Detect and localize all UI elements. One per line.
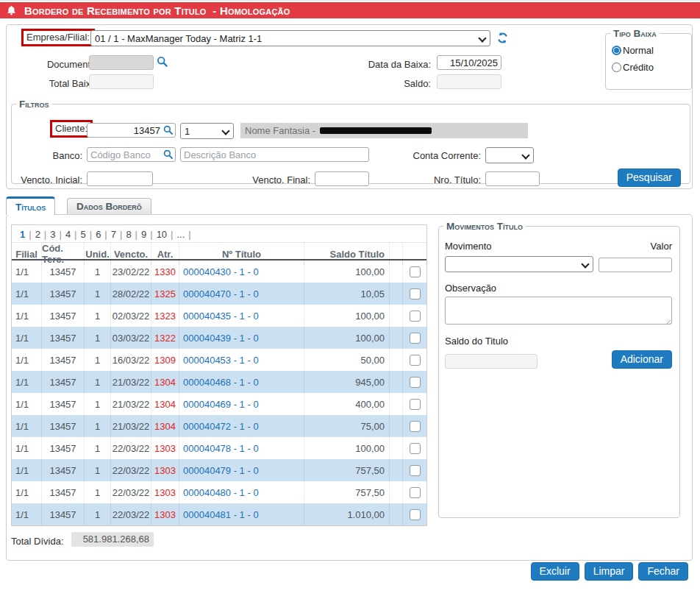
- radio-option-crédito: Crédito: [612, 62, 691, 73]
- page-link-6[interactable]: 6: [92, 229, 104, 240]
- conta-corrente-select[interactable]: [485, 147, 534, 163]
- nome-fantasia-text: Nome Fantasia -: [245, 125, 318, 136]
- titulo-link[interactable]: 000040435 - 1 - 0: [183, 311, 259, 322]
- cell-vencto: 22/03/22: [111, 437, 151, 459]
- cell-filial: 1/1: [12, 327, 42, 349]
- titulo-link[interactable]: 000040453 - 1 - 0: [183, 355, 259, 366]
- cell-num-titulo: 000040439 - 1 - 0: [179, 327, 304, 349]
- tab-dados-bordero[interactable]: Dados Borderô: [67, 198, 151, 214]
- total-baixa-label: Total Baixa:: [7, 77, 99, 91]
- movimentos-legend: Movimentos Título: [443, 221, 526, 232]
- row-checkbox[interactable]: [410, 288, 421, 300]
- page-link-9[interactable]: 9: [138, 229, 150, 240]
- data-baixa-label: Data da Baixa:: [286, 57, 431, 72]
- cell-cod-terc: 13457: [42, 415, 85, 437]
- search-icon[interactable]: [157, 56, 168, 68]
- table-row: 1/113457121/03/221304000040472 - 1 - 075…: [12, 415, 426, 437]
- titulo-link[interactable]: 000040470 - 1 - 0: [183, 288, 259, 300]
- cell-unid: 1: [85, 283, 111, 305]
- cliente-loja-select[interactable]: 1: [180, 123, 234, 139]
- empresa-filial-select[interactable]: 01 / 1 - MaxManager Today - Matriz 1-1: [90, 30, 490, 46]
- page-link-2[interactable]: 2: [32, 229, 44, 240]
- titulo-link[interactable]: 000040468 - 1 - 0: [183, 377, 259, 388]
- conta-corrente-label: Conta Corrente:: [335, 149, 481, 163]
- row-checkbox[interactable]: [410, 311, 421, 322]
- row-checkbox[interactable]: [410, 465, 421, 476]
- cell-saldo-titulo: 757,50: [304, 481, 390, 503]
- tipo-baixa-legend: Tipo Baixa: [610, 28, 660, 39]
- titulo-link[interactable]: 000040479 - 1 - 0: [183, 465, 259, 476]
- pesquisar-button[interactable]: Pesquisar: [618, 169, 681, 187]
- titulo-link[interactable]: 000040469 - 1 - 0: [183, 399, 259, 410]
- data-baixa-input[interactable]: [437, 55, 501, 70]
- table-row: 1/113457122/03/221303000040478 - 1 - 010…: [12, 437, 426, 459]
- cell-cod-terc: 13457: [42, 481, 85, 503]
- limpar-button[interactable]: Limpar: [585, 562, 634, 581]
- vencto-final-label: Vencto. Final:: [188, 173, 310, 188]
- radio-option-normal: Normal: [612, 45, 691, 56]
- excluir-button[interactable]: Excluir: [531, 562, 579, 581]
- titulo-link[interactable]: 000040480 - 1 - 0: [183, 487, 259, 498]
- cell-spacer: [390, 260, 403, 283]
- page-link-10[interactable]: 10: [153, 229, 171, 240]
- valor-input[interactable]: [599, 258, 672, 272]
- adicionar-button[interactable]: Adicionar: [612, 350, 672, 369]
- row-checkbox[interactable]: [410, 355, 421, 366]
- page-link-8[interactable]: 8: [122, 229, 135, 240]
- cell-unid: 1: [85, 415, 111, 437]
- bell-icon: [7, 5, 16, 15]
- cell-filial: 1/1: [12, 349, 42, 371]
- row-checkbox[interactable]: [410, 487, 421, 498]
- cell-vencto: 22/03/22: [111, 503, 151, 525]
- movimentos-form: Movimento Valor Observação Saldo do Titu…: [445, 233, 672, 369]
- tab-titulos[interactable]: Títulos: [6, 196, 55, 215]
- cell-cod-terc: 13457: [42, 260, 85, 283]
- page-link-5[interactable]: 5: [77, 229, 90, 240]
- table-row: 1/113457128/02/221325000040470 - 1 - 010…: [12, 283, 426, 305]
- vencto-inicial-input[interactable]: [87, 171, 153, 186]
- saldo-do-titulo-label: Saldo do Titulo: [445, 336, 672, 347]
- chevron-down-icon: [221, 127, 229, 135]
- page-link-4[interactable]: 4: [62, 229, 74, 240]
- page-link-...[interactable]: ...: [173, 229, 188, 240]
- movimento-select[interactable]: [445, 256, 593, 272]
- documento-label: Documento:: [7, 57, 99, 72]
- page-link-7[interactable]: 7: [107, 229, 120, 240]
- titulo-link[interactable]: 000040439 - 1 - 0: [183, 333, 259, 344]
- page-link-3[interactable]: 3: [46, 229, 59, 240]
- titulo-link[interactable]: 000040478 - 1 - 0: [183, 443, 259, 454]
- cell-num-titulo: 000040468 - 1 - 0: [179, 371, 304, 393]
- header-panel: Empresa/Filial: 01 / 1 - MaxManager Toda…: [6, 24, 693, 189]
- cliente-search-icon[interactable]: [163, 125, 174, 135]
- refresh-icon[interactable]: [496, 32, 509, 44]
- chevron-down-icon: [521, 151, 529, 159]
- nro-titulo-input[interactable]: [485, 171, 540, 186]
- row-checkbox[interactable]: [410, 443, 421, 454]
- cell-spacer: [390, 481, 403, 503]
- cell-filial: 1/1: [12, 481, 42, 503]
- cell-saldo-titulo: 100,00: [304, 437, 390, 459]
- row-checkbox[interactable]: [410, 509, 421, 520]
- observacao-textarea[interactable]: [445, 297, 672, 325]
- row-checkbox[interactable]: [410, 399, 421, 410]
- row-checkbox[interactable]: [410, 266, 421, 277]
- chevron-down-icon: [478, 34, 486, 42]
- radio-button-crédito[interactable]: [612, 63, 621, 72]
- fechar-button[interactable]: Fechar: [638, 562, 688, 581]
- banco-search-icon[interactable]: [163, 149, 174, 160]
- row-checkbox[interactable]: [410, 421, 421, 432]
- table-row: 1/113457122/03/221303000040480 - 1 - 075…: [12, 481, 426, 503]
- cell-atraso: 1304: [151, 371, 179, 393]
- banco-codigo-input[interactable]: [87, 147, 176, 162]
- radio-button-normal[interactable]: [612, 46, 621, 55]
- titulo-link[interactable]: 000040481 - 1 - 0: [183, 509, 259, 520]
- cell-saldo-titulo: 945,00: [304, 371, 390, 393]
- cliente-input[interactable]: [87, 123, 176, 138]
- row-checkbox[interactable]: [410, 333, 421, 344]
- titulo-link[interactable]: 000040430 - 1 - 0: [183, 266, 259, 277]
- row-checkbox[interactable]: [410, 377, 421, 388]
- cell-filial: 1/1: [12, 260, 42, 283]
- titulo-link[interactable]: 000040472 - 1 - 0: [183, 421, 259, 432]
- cell-unid: 1: [85, 327, 111, 349]
- page-link-1[interactable]: 1: [16, 229, 29, 240]
